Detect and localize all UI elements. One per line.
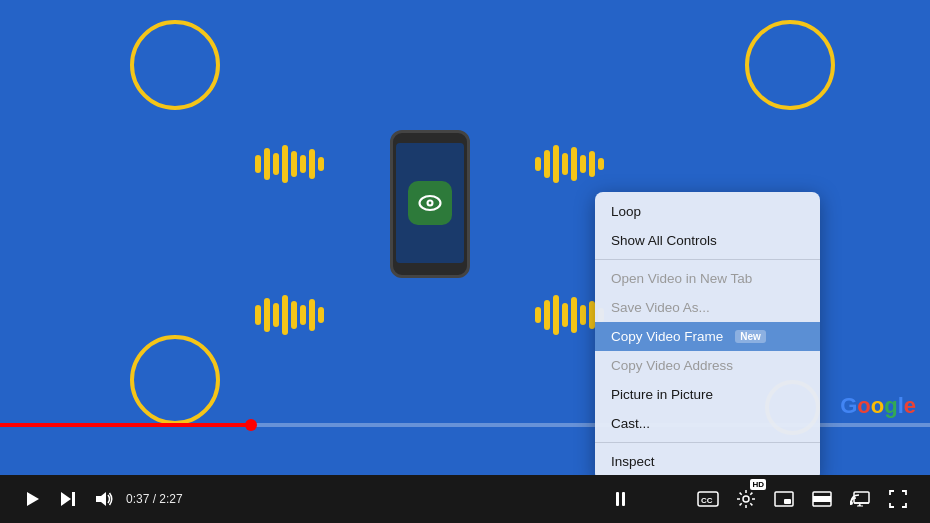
- controls-bar: 0:37 / 2:27 CC HD: [0, 475, 930, 523]
- menu-item-pip[interactable]: Picture in Picture: [595, 380, 820, 409]
- svg-marker-3: [27, 492, 39, 506]
- wave-left-bottom: [255, 295, 324, 335]
- video-player: LoopShow All ControlsOpen Video in New T…: [0, 0, 930, 475]
- fullscreen-button[interactable]: [880, 481, 916, 517]
- pause-button[interactable]: [602, 481, 638, 517]
- menu-item-cast[interactable]: Cast...: [595, 409, 820, 438]
- svg-rect-5: [72, 492, 75, 506]
- theater-mode-button[interactable]: [804, 481, 840, 517]
- play-button[interactable]: [14, 481, 50, 517]
- time-display: 0:37 / 2:27: [126, 492, 183, 506]
- circle-bottom-left: [130, 335, 220, 425]
- svg-point-2: [429, 202, 432, 205]
- new-badge: New: [735, 330, 766, 343]
- menu-item-label: Picture in Picture: [611, 387, 713, 402]
- skip-button[interactable]: [50, 481, 86, 517]
- cast-button[interactable]: [842, 481, 878, 517]
- cc-button[interactable]: CC: [690, 481, 726, 517]
- progress-fill: [0, 423, 251, 427]
- svg-rect-15: [854, 492, 869, 503]
- menu-item-show-controls[interactable]: Show All Controls: [595, 226, 820, 255]
- menu-item-label: Copy Video Frame: [611, 329, 723, 344]
- menu-item-label: Inspect: [611, 454, 655, 469]
- svg-point-14: [850, 501, 853, 505]
- wave-left-top: [255, 145, 324, 183]
- wave-right-bottom: [535, 295, 604, 335]
- svg-marker-4: [61, 492, 71, 506]
- settings-button[interactable]: HD: [728, 481, 764, 517]
- circle-top-right: [745, 20, 835, 110]
- svg-rect-13: [813, 496, 831, 502]
- menu-item-label: Cast...: [611, 416, 650, 431]
- right-controls: CC HD: [602, 481, 916, 517]
- phone-graphic: [390, 130, 470, 278]
- menu-item-loop[interactable]: Loop: [595, 197, 820, 226]
- context-menu: LoopShow All ControlsOpen Video in New T…: [595, 192, 820, 475]
- wave-right-top: [535, 145, 604, 183]
- menu-item-copy-frame[interactable]: Copy Video FrameNew: [595, 322, 820, 351]
- hd-badge: HD: [750, 479, 766, 490]
- volume-button[interactable]: [86, 481, 122, 517]
- menu-item-copy-address: Copy Video Address: [595, 351, 820, 380]
- menu-item-label: Save Video As...: [611, 300, 710, 315]
- menu-item-open-tab: Open Video in New Tab: [595, 264, 820, 293]
- svg-marker-6: [96, 492, 106, 506]
- miniplayer-button[interactable]: [766, 481, 802, 517]
- menu-divider: [595, 442, 820, 443]
- menu-item-label: Open Video in New Tab: [611, 271, 752, 286]
- svg-text:CC: CC: [701, 496, 713, 505]
- menu-item-save-video: Save Video As...: [595, 293, 820, 322]
- google-logo: Google: [840, 393, 916, 419]
- menu-item-inspect[interactable]: Inspect: [595, 447, 820, 475]
- menu-item-label: Show All Controls: [611, 233, 717, 248]
- menu-item-label: Loop: [611, 204, 641, 219]
- circle-top-left: [130, 20, 220, 110]
- progress-thumb: [245, 419, 257, 431]
- svg-rect-11: [784, 499, 791, 504]
- menu-divider: [595, 259, 820, 260]
- menu-item-label: Copy Video Address: [611, 358, 733, 373]
- svg-point-9: [743, 496, 749, 502]
